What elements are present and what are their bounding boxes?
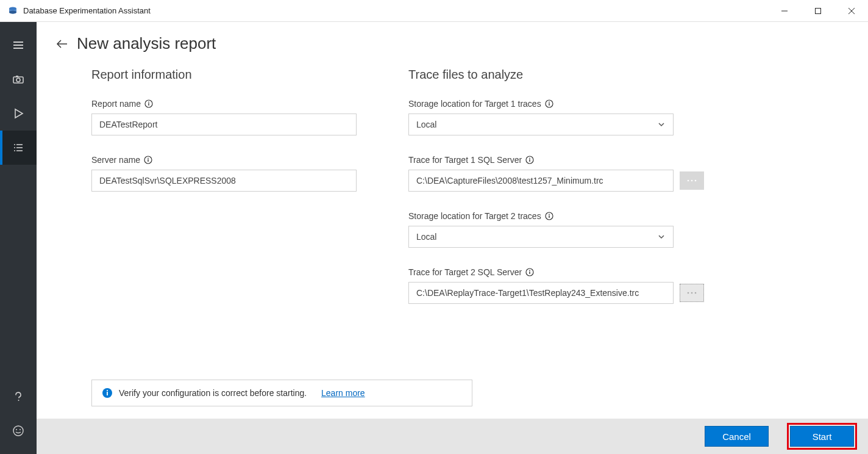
nav-feedback[interactable]	[0, 414, 37, 448]
notice-text: Verify your configuration is correct bef…	[119, 388, 307, 398]
svg-point-45	[691, 292, 693, 294]
svg-point-30	[549, 101, 550, 103]
svg-point-42	[529, 270, 530, 271]
nav-menu[interactable]	[0, 28, 37, 62]
svg-point-24	[148, 101, 149, 103]
form-area: Report information Report name Server na…	[37, 60, 868, 380]
col-trace-files: Trace files to analyze Storage location …	[408, 68, 719, 373]
notice-bar: Verify your configuration is correct bef…	[91, 380, 472, 406]
close-button[interactable]	[834, 0, 868, 21]
footer: Cancel Start	[37, 419, 868, 454]
trace2-input[interactable]	[408, 282, 674, 304]
cancel-button[interactable]: Cancel	[705, 426, 769, 447]
nav-help[interactable]	[0, 380, 37, 414]
trace2-label: Trace for Target 2 SQL Server	[408, 267, 522, 277]
svg-rect-11	[16, 76, 18, 77]
field-trace2: Trace for Target 2 SQL Server	[408, 267, 719, 304]
trace2-browse-button[interactable]	[680, 284, 704, 302]
svg-point-46	[695, 292, 697, 294]
svg-point-19	[13, 426, 23, 436]
storage2-select[interactable]: Local	[408, 226, 674, 248]
sidebar	[0, 22, 37, 454]
chevron-down-icon	[657, 120, 666, 129]
svg-point-44	[688, 292, 689, 294]
field-storage2: Storage location for Target 2 traces Loc…	[408, 211, 719, 248]
nav-capture[interactable]	[0, 62, 37, 96]
server-name-input[interactable]	[91, 170, 357, 192]
svg-point-35	[688, 180, 689, 182]
field-storage1: Storage location for Target 1 traces Loc…	[408, 99, 719, 135]
svg-point-21	[20, 429, 21, 430]
svg-point-20	[16, 429, 17, 430]
field-trace1: Trace for Target 1 SQL Server	[408, 155, 719, 192]
svg-point-18	[18, 400, 20, 401]
storage2-label: Storage location for Target 2 traces	[408, 211, 541, 221]
field-server-name: Server name	[91, 155, 360, 192]
maximize-button[interactable]	[801, 0, 834, 21]
svg-point-39	[549, 214, 550, 215]
content: New analysis report Report information R…	[37, 22, 868, 454]
minimize-button[interactable]	[767, 0, 801, 21]
section-report-info: Report information	[91, 68, 360, 82]
learn-more-link[interactable]: Learn more	[321, 388, 365, 398]
titlebar: Database Experimentation Assistant	[0, 0, 868, 22]
start-highlight: Start	[787, 423, 857, 450]
app-icon	[7, 5, 18, 16]
window-controls	[767, 0, 868, 21]
svg-rect-3	[815, 8, 820, 13]
info-icon[interactable]	[144, 99, 153, 108]
svg-point-36	[691, 180, 693, 182]
svg-rect-49	[107, 392, 108, 395]
page-header: New analysis report	[37, 22, 868, 60]
storage2-value: Local	[416, 232, 436, 242]
chevron-down-icon	[657, 232, 666, 241]
svg-rect-48	[107, 390, 108, 391]
report-name-input[interactable]	[91, 114, 357, 135]
svg-point-33	[529, 157, 530, 159]
info-icon[interactable]	[545, 99, 553, 108]
info-icon[interactable]	[144, 156, 152, 164]
nav-replay[interactable]	[0, 96, 37, 131]
window-title: Database Experimentation Assistant	[23, 6, 151, 15]
info-circle-icon	[102, 387, 113, 398]
nav-analysis[interactable]	[0, 131, 37, 165]
info-icon[interactable]	[525, 268, 534, 276]
storage1-label: Storage location for Target 1 traces	[408, 99, 541, 109]
svg-point-37	[695, 180, 697, 182]
back-button[interactable]	[54, 35, 71, 52]
storage1-value: Local	[416, 120, 436, 129]
svg-point-27	[148, 157, 149, 159]
main: New analysis report Report information R…	[0, 22, 868, 454]
report-name-label: Report name	[91, 99, 141, 109]
trace1-browse-button[interactable]	[680, 171, 704, 190]
field-report-name: Report name	[91, 99, 360, 135]
info-icon[interactable]	[525, 156, 534, 164]
storage1-select[interactable]: Local	[408, 114, 674, 135]
server-name-label: Server name	[91, 155, 140, 165]
section-trace-files: Trace files to analyze	[408, 68, 719, 82]
page-title: New analysis report	[77, 34, 216, 53]
start-button[interactable]: Start	[790, 426, 854, 447]
col-report-info: Report information Report name Server na…	[91, 68, 360, 373]
svg-point-10	[16, 78, 20, 82]
trace1-input[interactable]	[408, 170, 674, 192]
svg-point-1	[9, 10, 16, 13]
trace1-label: Trace for Target 1 SQL Server	[408, 155, 522, 165]
info-icon[interactable]	[545, 212, 553, 220]
